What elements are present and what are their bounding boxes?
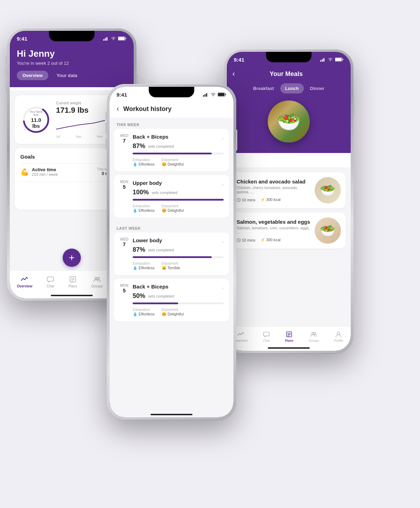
nav-profile-p3[interactable]: Profile <box>334 331 343 342</box>
meal-chicken-salad[interactable]: Chicken and avocado salad Chicken, cherr… <box>232 172 346 208</box>
workout-upper-body[interactable]: MON 5 Upper body › 100% sets completed <box>114 175 229 218</box>
add-fab-button[interactable]: + <box>63 249 81 267</box>
chart-label-sep: Sep <box>76 135 81 138</box>
nav-overview-p3[interactable]: Overview <box>234 331 248 342</box>
meal-desc: Chicken, cherry tomatoes, avocado, quino… <box>237 186 310 194</box>
day-abbr: WED <box>120 237 128 241</box>
svg-rect-28 <box>335 58 342 61</box>
workout-info: Upper body › 100% sets completed <box>133 180 224 213</box>
progress-fill <box>133 256 212 258</box>
svg-rect-29 <box>343 59 343 60</box>
plans-icon <box>286 331 293 338</box>
progress-bar <box>133 153 224 154</box>
notch <box>266 52 312 62</box>
sets-label: sets completed <box>148 248 174 252</box>
chevron-icon: › <box>222 239 224 245</box>
completion-percent: 50% <box>133 292 145 300</box>
tab-breakfast[interactable]: Breakfast <box>248 83 279 93</box>
enjoyment: Enjoyment 😊 Delightful <box>162 158 184 167</box>
power[interactable] <box>236 130 237 151</box>
nav-groups-label: Groups <box>91 284 103 288</box>
silent[interactable] <box>106 112 107 120</box>
progress-fill <box>133 302 178 304</box>
volume-down-button[interactable] <box>6 82 7 93</box>
nav-overview[interactable]: Overview <box>17 276 32 288</box>
enjoyment-value: 😊 Delightful <box>162 312 184 316</box>
chat-icon <box>263 331 270 338</box>
exhaustion: Exhaustion 💧 Effortless <box>133 262 155 270</box>
volume-up-button[interactable] <box>6 67 7 78</box>
power[interactable] <box>354 95 355 116</box>
active-time-emoji: 💪 <box>20 168 29 176</box>
battery-icon <box>335 57 344 62</box>
overview-icon <box>21 276 28 283</box>
vol-up[interactable] <box>106 123 107 134</box>
exhaustion-label: Exhaustion <box>133 204 155 208</box>
meals-body: Chicken and avocado salad Chicken, cherr… <box>227 167 351 326</box>
day-badge-wed7-last: WED 7 <box>119 237 129 247</box>
enjoyment: Enjoyment 😊 Delightful <box>162 308 184 316</box>
sets-label: sets completed <box>148 294 174 298</box>
svg-rect-6 <box>126 38 126 39</box>
day-num: 5 <box>123 184 126 190</box>
workout-lower-body[interactable]: WED 7 Lower body › 87% sets completed <box>114 232 229 275</box>
back-button[interactable]: ‹ <box>117 104 119 113</box>
svg-rect-17 <box>205 94 206 97</box>
meal-text: Chicken and avocado salad Chicken, cherr… <box>237 179 310 202</box>
workout-meta: Exhaustion 💧 Effortless Enjoyment 😠 Terr… <box>133 262 224 270</box>
weight-gauge: You have lost 11.0 lbs <box>20 104 52 135</box>
nav-chat-p3[interactable]: Chat <box>263 331 270 342</box>
status-time: 9:41 <box>234 57 244 63</box>
nav-groups-p3[interactable]: Groups <box>309 331 319 342</box>
nav-chat[interactable]: Chat <box>47 276 54 288</box>
workout-meta: Exhaustion 💧 Effortless Enjoyment 😊 Deli… <box>133 204 224 213</box>
completion-percent: 87% <box>133 246 145 253</box>
workout-info: Back + Biceps › 87% sets completed <box>133 134 224 167</box>
chevron-icon: › <box>222 285 224 291</box>
tab-lunch[interactable]: Lunch <box>280 83 304 93</box>
status-icons <box>320 57 344 62</box>
meal-kcal: ⚡ 300 kcal <box>260 197 281 202</box>
completion-percent: 100% <box>133 189 149 196</box>
home-indicator <box>150 414 192 415</box>
svg-point-13 <box>95 277 97 279</box>
svg-rect-18 <box>206 93 207 97</box>
meal-time: 10 mins <box>237 197 255 202</box>
status-icons <box>203 92 226 97</box>
day-num: 7 <box>123 138 126 144</box>
svg-point-38 <box>337 332 340 335</box>
svg-rect-25 <box>323 58 324 62</box>
workout-name: Back + Biceps <box>133 134 168 140</box>
tab-overview[interactable]: Overview <box>17 71 48 80</box>
exhaustion: Exhaustion 💧 Effortless <box>133 158 155 167</box>
exhaustion-value: 💧 Effortless <box>133 266 155 270</box>
enjoyment: Enjoyment 😊 Delightful <box>162 204 184 213</box>
battery-icon <box>118 36 127 41</box>
nav-plans-p3[interactable]: Plans <box>285 331 293 342</box>
progress-bar <box>133 256 224 258</box>
nav-groups[interactable]: Groups <box>91 276 103 288</box>
workout-meta: Exhaustion 💧 Effortless Enjoyment 😊 Deli… <box>133 158 224 167</box>
wifi-icon <box>210 92 216 97</box>
nav-plans[interactable]: Plans <box>68 276 77 288</box>
greeting: Hi Jenny <box>17 48 127 59</box>
nav-chat-label: Chat <box>47 284 54 288</box>
signal-icon <box>203 92 209 97</box>
enjoyment-label: Enjoyment <box>162 204 184 208</box>
svg-rect-0 <box>103 39 104 41</box>
workout-back-biceps[interactable]: WED 7 Back + Biceps › 87% sets completed <box>114 129 229 172</box>
chart-label-jul: Jul <box>56 135 60 138</box>
vol-down[interactable] <box>106 138 107 149</box>
exhaustion-label: Exhaustion <box>133 262 155 265</box>
last-week-label: LAST WEEK <box>110 221 233 232</box>
completion-percent: 87% <box>133 142 145 150</box>
workout-back-biceps-last[interactable]: MON 5 Back + Biceps › 50% sets completed <box>114 279 229 321</box>
meal-salmon[interactable]: Salmon, vegetables and eggs Salmon, toma… <box>232 213 346 249</box>
silent-switch[interactable] <box>6 56 7 64</box>
tab-dinner[interactable]: Dinner <box>305 83 329 93</box>
workout-name: Back + Biceps <box>133 284 168 290</box>
meal-time: 10 mins <box>237 238 255 242</box>
tab-your-data[interactable]: Your data <box>51 71 83 80</box>
day-abbr: MON <box>120 180 128 184</box>
back-button[interactable]: ‹ <box>232 69 235 78</box>
